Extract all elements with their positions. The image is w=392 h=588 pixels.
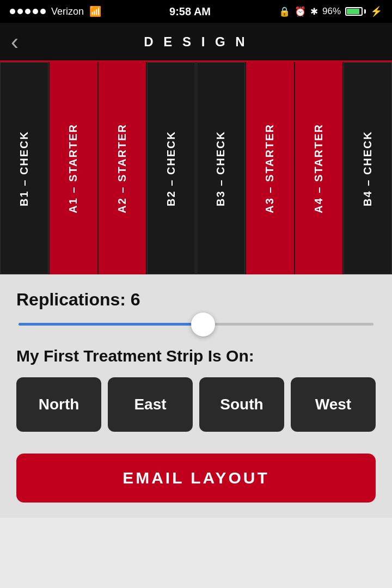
battery-percent: 96% <box>322 6 341 17</box>
alarm-icon: ⏰ <box>295 6 306 17</box>
strip-a2: A2 – STARTER <box>99 62 146 274</box>
strip-b2: B2 – CHECK <box>147 62 195 274</box>
slider-fill <box>19 323 203 326</box>
strip-b3-label: B3 – CHECK <box>215 131 227 206</box>
signal-dots <box>10 9 46 14</box>
strip-b2-label: B2 – CHECK <box>165 131 177 206</box>
strip-b4: B4 – CHECK <box>344 62 392 274</box>
status-time: 9:58 AM <box>169 5 211 18</box>
strip-a4: A4 – STARTER <box>295 62 342 274</box>
strip-b1-label: B1 – CHECK <box>18 131 30 206</box>
strips-visualization: B1 – CHECK A1 – STARTER A2 – STARTER B2 … <box>0 62 392 274</box>
nav-title: D E S I G N <box>144 34 248 50</box>
back-button[interactable]: ‹ <box>11 30 19 53</box>
strip-a2-label: A2 – STARTER <box>116 124 128 213</box>
strip-a3-label: A3 – STARTER <box>264 124 276 213</box>
strip-a1-label: A1 – STARTER <box>67 124 79 213</box>
carrier-label: Verizon <box>51 6 84 17</box>
status-left: Verizon 📶 <box>10 5 101 17</box>
strip-b3: B3 – CHECK <box>197 62 245 274</box>
slider-track <box>19 323 373 326</box>
replications-label: Replications: 6 <box>16 290 376 310</box>
west-button[interactable]: West <box>291 377 376 432</box>
south-button[interactable]: South <box>199 377 284 432</box>
wifi-icon: 📶 <box>89 5 101 17</box>
east-button[interactable]: East <box>108 377 193 432</box>
status-bar: Verizon 📶 9:58 AM 🔒 ⏰ ✱ 96% ⚡ <box>0 0 392 23</box>
strip-b1: B1 – CHECK <box>0 62 48 274</box>
main-content: Replications: 6 My First Treatment Strip… <box>0 274 392 518</box>
slider-container[interactable] <box>16 323 376 326</box>
email-layout-button[interactable]: EMAIL LAYOUT <box>16 454 376 503</box>
strip-a1: A1 – STARTER <box>50 62 97 274</box>
slider-thumb[interactable] <box>191 313 215 336</box>
treatment-strip-label: My First Treatment Strip Is On: <box>16 345 376 366</box>
strip-b4-label: B4 – CHECK <box>362 131 374 206</box>
direction-buttons: North East South West <box>16 377 376 432</box>
charging-icon: ⚡ <box>370 5 382 17</box>
nav-bar: ‹ D E S I G N <box>0 23 392 62</box>
strip-a3: A3 – STARTER <box>246 62 293 274</box>
bluetooth-icon: ✱ <box>310 6 318 17</box>
lock-icon: 🔒 <box>279 6 290 17</box>
status-right: 🔒 ⏰ ✱ 96% ⚡ <box>279 5 382 17</box>
battery-indicator <box>345 7 366 16</box>
north-button[interactable]: North <box>16 377 101 432</box>
strip-a4-label: A4 – STARTER <box>313 124 325 213</box>
